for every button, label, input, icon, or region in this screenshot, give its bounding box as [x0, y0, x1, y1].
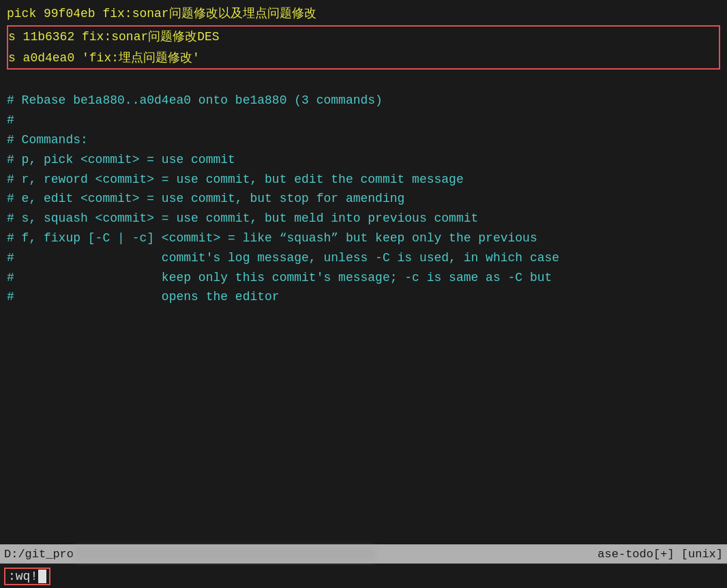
line-pick-desc: # p, pick <commit> = use commit — [7, 150, 720, 170]
highlighted-block: s 11b6362 fix:sonar问题修改DES s a0d4ea0 'fi… — [7, 25, 720, 70]
line-commands-header: # Commands: — [7, 130, 720, 150]
line-rebase-header: # Rebase be1a880..a0d4ea0 onto be1a880 (… — [7, 91, 720, 111]
line-squash-1: s 11b6362 fix:sonar问题修改DES — [8, 27, 719, 48]
cursor — [38, 570, 46, 583]
line-squash-desc: # s, squash <commit> = use commit, but m… — [7, 209, 720, 229]
line-reword-desc: # r, reword <commit> = use commit, but e… — [7, 170, 720, 190]
line-empty — [7, 71, 720, 91]
line-edit-desc: # e, edit <commit> = use commit, but sto… — [7, 189, 720, 209]
line-fixup-cont2: # keep only this commit's message; -c is… — [7, 268, 720, 288]
command-text: :wq! — [8, 570, 38, 583]
line-pick: pick 99f04eb fix:sonar问题修改以及埋点问题修改 — [7, 4, 720, 24]
line-fixup-desc: # f, fixup [-C | -c] <commit> = like “sq… — [7, 229, 720, 248]
status-bar: D:/git_pro ase-todo[+] [unix] — [0, 544, 727, 563]
editor-window: pick 99f04eb fix:sonar问题修改以及埋点问题修改 s 11b… — [0, 0, 727, 588]
status-filepath: D:/git_pro — [4, 548, 376, 561]
line-fixup-cont1: # commit's log message, unless -C is use… — [7, 248, 720, 268]
status-fileinfo: ase-todo[+] [unix] — [597, 548, 723, 561]
command-border: :wq! — [4, 568, 50, 585]
line-squash-2: s a0d4ea0 'fix:埋点问题修改' — [8, 48, 719, 69]
command-line[interactable]: :wq! — [0, 563, 727, 588]
line-fixup-cont3: # opens the editor — [7, 287, 720, 307]
code-area[interactable]: pick 99f04eb fix:sonar问题修改以及埋点问题修改 s 11b… — [0, 0, 727, 544]
line-comment-empty-1: # — [7, 111, 720, 130]
